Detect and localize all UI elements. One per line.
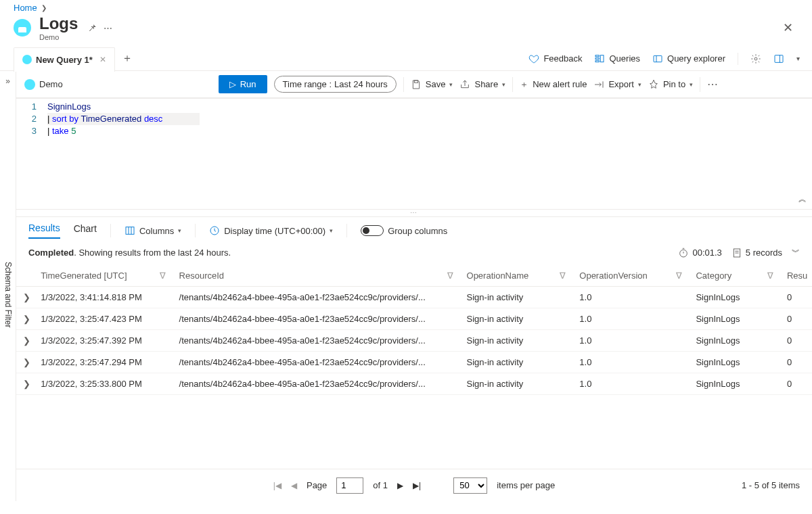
next-page-button[interactable]: ▶	[397, 481, 403, 490]
editor-gutter: 1 2 3	[16, 98, 43, 209]
query-tab-icon	[22, 55, 32, 64]
expand-rail-icon[interactable]: »	[5, 76, 10, 86]
logs-icon	[14, 19, 31, 37]
feedback-button[interactable]: Feedback	[528, 53, 582, 64]
panel-icon[interactable]	[773, 53, 784, 64]
expand-row-icon[interactable]: ❯	[16, 287, 37, 308]
cell-version: 1.0	[575, 330, 692, 352]
table-row[interactable]: ❯1/3/2022, 3:25:47.392 PM/tenants/4b2462…	[16, 330, 812, 352]
display-time-button[interactable]: Display time (UTC+00:00) ▾	[209, 225, 333, 236]
cell-time: 1/3/2022, 3:25:47.392 PM	[37, 330, 175, 352]
close-icon[interactable]: ✕	[777, 18, 798, 38]
divider	[346, 224, 347, 237]
filter-icon[interactable]: ∇	[560, 271, 566, 281]
col-operationname[interactable]: OperationName∇	[463, 265, 576, 287]
last-page-button[interactable]: ▶|	[413, 481, 421, 490]
chevron-down-icon[interactable]: ▾	[796, 55, 800, 62]
new-alert-button[interactable]: ＋ New alert rule	[520, 78, 587, 91]
share-button[interactable]: Share ▾	[459, 79, 505, 90]
query-editor[interactable]: 1 2 3 SigninLogs | sort by TimeGenerated…	[16, 98, 812, 210]
divider	[195, 224, 196, 237]
chevron-down-icon: ▾	[690, 81, 693, 88]
heart-icon	[528, 53, 539, 64]
svg-rect-2	[595, 60, 599, 62]
columns-icon	[125, 225, 135, 236]
collapse-editor-icon[interactable]: ︽	[798, 193, 807, 205]
cell-category: SignInLogs	[692, 308, 782, 330]
queries-button[interactable]: Queries	[594, 53, 640, 64]
col-timegenerated[interactable]: TimeGenerated [UTC]∇	[37, 265, 175, 287]
cell-operation: Sign-in activity	[463, 308, 576, 330]
breadcrumb-home[interactable]: Home	[14, 3, 37, 13]
page-size-select[interactable]: 50	[453, 477, 487, 494]
settings-icon[interactable]	[750, 53, 761, 64]
first-page-button[interactable]: |◀	[273, 481, 281, 490]
pin-to-button[interactable]: Pin to ▾	[648, 79, 693, 90]
svg-rect-9	[414, 80, 418, 83]
scope-selector[interactable]: Demo	[24, 79, 63, 90]
filter-icon[interactable]: ∇	[676, 271, 682, 281]
results-toolbar: Results Chart Columns ▾ Display time (UT…	[16, 217, 812, 244]
more-actions-icon[interactable]: ⋯	[707, 78, 719, 91]
time-range-selector[interactable]: Time range : Last 24 hours	[274, 76, 397, 93]
cell-operation: Sign-in activity	[463, 352, 576, 373]
tab-results[interactable]: Results	[28, 223, 60, 239]
expand-row-icon[interactable]: ❯	[16, 308, 37, 330]
chevron-down-icon: ▾	[178, 227, 181, 234]
export-button[interactable]: Export ▾	[593, 79, 641, 90]
save-button[interactable]: Save ▾	[411, 79, 453, 90]
close-tab-icon[interactable]: ✕	[99, 55, 106, 64]
pin-icon[interactable]: 📌︎	[87, 22, 97, 33]
cell-category: SignInLogs	[692, 330, 782, 352]
page-of-label: of 1	[373, 480, 388, 490]
tab-chart[interactable]: Chart	[74, 223, 97, 238]
table-row[interactable]: ❯1/3/2022, 3:25:47.294 PM/tenants/4b2462…	[16, 352, 812, 373]
filter-icon[interactable]: ∇	[447, 271, 453, 281]
group-columns-toggle[interactable]: Group columns	[361, 225, 447, 236]
per-page-label: items per page	[497, 480, 555, 490]
svg-rect-7	[775, 55, 783, 62]
table-row[interactable]: ❯1/3/2022, 3:25:33.800 PM/tenants/4b2462…	[16, 373, 812, 395]
results-table: TimeGenerated [UTC]∇ ResourceId∇ Operati…	[16, 265, 812, 395]
page-input[interactable]	[336, 477, 363, 494]
cell-category: SignInLogs	[692, 373, 782, 395]
chevron-right-icon: ❯	[41, 4, 47, 11]
expand-results-icon[interactable]: ︾	[792, 247, 800, 258]
col-resourceid[interactable]: ResourceId∇	[175, 265, 463, 287]
divider	[403, 77, 404, 92]
cell-category: SignInLogs	[692, 352, 782, 373]
page-label: Page	[307, 480, 327, 490]
filter-icon[interactable]: ∇	[767, 271, 773, 281]
share-icon	[459, 79, 470, 90]
side-rail-label[interactable]: Schema and Filter	[3, 262, 13, 327]
col-category[interactable]: Category∇	[692, 265, 782, 287]
col-result[interactable]: Resu	[783, 265, 812, 287]
expand-row-icon[interactable]: ❯	[16, 352, 37, 373]
query-action-bar: Demo ▷ Run Time range : Last 24 hours Sa…	[16, 71, 812, 98]
add-tab-button[interactable]: ＋	[122, 51, 133, 66]
breadcrumb: Home ❯	[0, 0, 812, 13]
expand-row-icon[interactable]: ❯	[16, 373, 37, 395]
table-row[interactable]: ❯1/3/2022, 3:25:47.423 PM/tenants/4b2462…	[16, 308, 812, 330]
more-icon[interactable]: ⋯	[104, 23, 112, 33]
cell-time: 1/3/2022, 3:25:47.423 PM	[37, 308, 175, 330]
query-tab-active[interactable]: New Query 1* ✕	[14, 47, 115, 72]
side-rail: » Schema and Filter	[0, 71, 16, 501]
records-icon	[731, 248, 742, 258]
filter-icon[interactable]: ∇	[160, 271, 166, 281]
table-row[interactable]: ❯1/3/2022, 3:41:14.818 PM/tenants/4b2462…	[16, 287, 812, 308]
svg-point-6	[754, 57, 757, 60]
cell-resource: /tenants/4b2462a4-bbee-495a-a0e1-f23ae52…	[175, 287, 463, 308]
prev-page-button[interactable]: ◀	[291, 481, 297, 490]
cell-version: 1.0	[575, 287, 692, 308]
toggle-icon[interactable]	[361, 225, 384, 236]
status-showing: Showing results from the last 24 hours.	[78, 248, 231, 258]
run-button[interactable]: ▷ Run	[219, 75, 267, 93]
col-operationversion[interactable]: OperationVersion∇	[575, 265, 692, 287]
chevron-down-icon: ▾	[502, 81, 505, 88]
columns-button[interactable]: Columns ▾	[125, 225, 181, 236]
query-explorer-button[interactable]: Query explorer	[652, 53, 725, 64]
splitter-handle[interactable]: ⋯	[16, 210, 812, 217]
expand-row-icon[interactable]: ❯	[16, 330, 37, 352]
editor-code[interactable]: SigninLogs | sort by TimeGenerated desc …	[43, 98, 812, 209]
